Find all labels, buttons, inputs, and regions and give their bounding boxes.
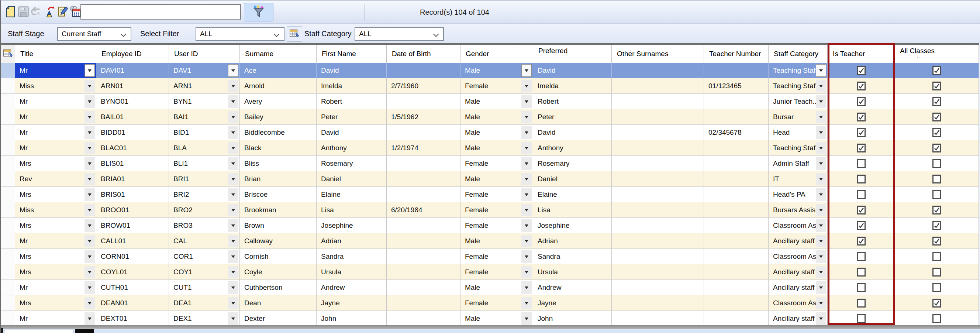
cell-date_of_birth[interactable]: 6/20/1984 — [387, 202, 460, 218]
cell-gender[interactable]: Female — [460, 218, 533, 233]
cell-employee_id[interactable]: BYNO01 — [96, 94, 169, 109]
row-indicator[interactable] — [1, 171, 15, 187]
cell-other_surnames[interactable] — [612, 63, 704, 78]
cell-is_teacher[interactable] — [827, 171, 895, 187]
dropdown-button[interactable] — [521, 266, 532, 278]
cell-staff_category[interactable]: Ancillary staff — [768, 280, 827, 295]
dropdown-button[interactable] — [816, 111, 826, 123]
dropdown-button[interactable] — [84, 312, 95, 325]
cell-all_classes[interactable] — [895, 156, 979, 171]
cell-staff_category[interactable]: Teaching Staff — [768, 140, 827, 156]
all_classes-checkbox[interactable] — [932, 314, 941, 323]
all_classes-checkbox[interactable] — [932, 299, 941, 308]
cell-teacher_number[interactable] — [704, 109, 768, 125]
dropdown-button[interactable] — [228, 95, 239, 108]
cell-gender[interactable]: Female — [460, 264, 533, 280]
grid-header-icon-cell[interactable] — [1, 45, 15, 63]
cell-title[interactable]: Mrs — [15, 295, 96, 311]
cell-surname[interactable]: Arnold — [240, 78, 317, 94]
cell-preferred[interactable]: David — [533, 125, 612, 140]
cell-all_classes[interactable] — [895, 233, 979, 249]
cell-all_classes[interactable] — [895, 140, 979, 156]
dropdown-button[interactable] — [816, 266, 826, 278]
all_classes-checkbox[interactable] — [932, 190, 941, 199]
cell-staff_category[interactable]: Classroom As... — [768, 295, 827, 311]
cell-date_of_birth[interactable] — [387, 187, 460, 202]
edit-record-button[interactable] — [56, 3, 69, 21]
dropdown-button[interactable] — [521, 188, 532, 201]
all_classes-checkbox[interactable] — [932, 283, 941, 292]
cell-surname[interactable]: Biddlecombe — [240, 125, 317, 140]
cell-employee_id[interactable]: DAVI01 — [96, 63, 169, 78]
cell-first_name[interactable]: Robert — [317, 94, 387, 109]
dropdown-button[interactable] — [521, 126, 532, 139]
dropdown-button[interactable] — [228, 235, 239, 247]
dropdown-button[interactable] — [84, 235, 95, 247]
dropdown-button[interactable] — [521, 281, 532, 294]
dropdown-button[interactable] — [84, 204, 95, 216]
cell-is_teacher[interactable] — [827, 156, 895, 171]
cell-user_id[interactable]: BLA — [169, 140, 240, 156]
cell-is_teacher[interactable] — [827, 109, 895, 125]
cell-employee_id[interactable]: BAIL01 — [96, 109, 169, 125]
cell-gender[interactable]: Male — [460, 140, 533, 156]
cell-all_classes[interactable] — [895, 202, 979, 218]
cell-employee_id[interactable]: DEAN01 — [96, 295, 169, 311]
cell-title[interactable]: Mr — [15, 280, 96, 295]
all_classes-checkbox[interactable] — [932, 175, 941, 183]
cell-staff_category[interactable]: IT — [768, 171, 827, 187]
dropdown-button[interactable] — [228, 111, 239, 123]
dropdown-button[interactable] — [228, 204, 239, 216]
cell-all_classes[interactable] — [895, 94, 979, 109]
cell-teacher_number[interactable] — [704, 156, 768, 171]
cell-user_id[interactable]: BRI2 — [169, 187, 240, 202]
select-filter-combobox[interactable]: ALL — [196, 27, 285, 41]
dropdown-button[interactable] — [228, 250, 239, 263]
dropdown-button[interactable] — [816, 64, 826, 77]
dropdown-button[interactable] — [84, 64, 95, 77]
cell-first_name[interactable]: David — [317, 125, 387, 140]
staff-stage-combobox[interactable]: Current Staff — [57, 27, 131, 41]
cell-first_name[interactable]: Anthony — [317, 140, 387, 156]
cell-preferred[interactable]: Jayne — [533, 295, 612, 311]
cell-title[interactable]: Mrs — [15, 218, 96, 233]
cell-title[interactable]: Mr — [15, 140, 96, 156]
is_teacher-checkbox[interactable] — [857, 206, 865, 215]
cell-date_of_birth[interactable] — [387, 295, 460, 311]
cell-first_name[interactable]: Jayne — [317, 295, 387, 311]
dropdown-button[interactable] — [816, 142, 826, 154]
all_classes-checkbox[interactable] — [932, 113, 941, 121]
is_teacher-checkbox[interactable] — [857, 314, 865, 323]
dropdown-button[interactable] — [228, 188, 239, 201]
cell-user_id[interactable]: BRI1 — [169, 171, 240, 187]
row-indicator[interactable] — [1, 202, 15, 218]
cell-user_id[interactable]: DAV1 — [169, 63, 240, 78]
dropdown-button[interactable] — [84, 281, 95, 294]
all_classes-checkbox[interactable] — [932, 128, 941, 137]
undo-button[interactable] — [29, 3, 43, 21]
cell-preferred[interactable]: Anthony — [533, 140, 612, 156]
header-employee_id[interactable]: Employee ID — [96, 45, 169, 63]
cell-teacher_number[interactable] — [704, 140, 768, 156]
cell-title[interactable]: Miss — [15, 202, 96, 218]
dropdown-button[interactable] — [84, 219, 95, 232]
cell-teacher_number[interactable] — [704, 295, 768, 311]
dropdown-button[interactable] — [228, 297, 239, 309]
header-preferred[interactable]: Preferred — [533, 45, 612, 63]
is_teacher-checkbox[interactable] — [857, 175, 865, 183]
cell-surname[interactable]: Brian — [240, 171, 317, 187]
dropdown-button[interactable] — [816, 204, 826, 216]
cell-teacher_number[interactable] — [704, 264, 768, 280]
cell-date_of_birth[interactable]: 1/2/1974 — [387, 140, 460, 156]
cell-preferred[interactable]: Lisa — [533, 202, 612, 218]
cell-preferred[interactable]: David — [533, 63, 612, 78]
cell-user_id[interactable]: BLI1 — [169, 156, 240, 171]
cell-first_name[interactable]: Ursula — [317, 264, 387, 280]
cell-other_surnames[interactable] — [612, 202, 704, 218]
dropdown-button[interactable] — [521, 95, 532, 108]
cell-all_classes[interactable] — [895, 109, 979, 125]
cell-other_surnames[interactable] — [612, 264, 704, 280]
cell-date_of_birth[interactable] — [387, 94, 460, 109]
is_teacher-checkbox[interactable] — [857, 190, 865, 199]
cell-gender[interactable]: Female — [460, 78, 533, 94]
